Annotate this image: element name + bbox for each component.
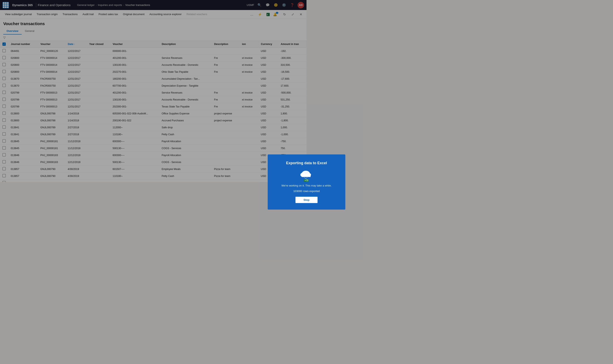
export-modal: Exporting data to Excel X We're working … <box>268 155 307 182</box>
svg-rect-7 <box>305 178 306 178</box>
svg-rect-10 <box>306 179 307 179</box>
svg-rect-13 <box>306 179 307 182</box>
svg-rect-9 <box>305 179 305 179</box>
cloud-upload-icon: X <box>298 169 307 182</box>
modal-title: Exporting data to Excel <box>286 161 307 165</box>
svg-rect-5 <box>302 174 307 177</box>
modal-overlay: Exporting data to Excel X We're working … <box>0 0 307 182</box>
svg-text:X: X <box>305 180 306 182</box>
svg-rect-6 <box>304 177 305 178</box>
